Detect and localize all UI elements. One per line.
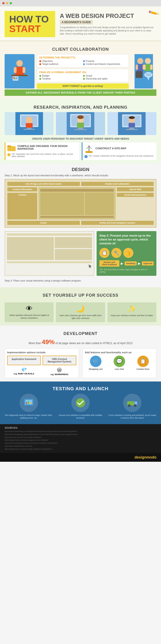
- sources-section: SOURCES: http://www.creativebloq.com/blo…: [0, 424, 161, 453]
- project-items-grid: Objectives Purpose Target audience Conte…: [39, 60, 126, 65]
- shopping-cart-label: Shopping cart: [89, 368, 103, 370]
- create-personas-text: CREATE USER PERSONAS TO DISCOVER TARGET …: [5, 137, 156, 140]
- ruby-icon: 💎: [7, 367, 41, 372]
- project-item-objectives: Objectives: [39, 60, 83, 62]
- timeline-bullet: [39, 78, 41, 80]
- feat-live-chat: 💬 Live chat: [108, 356, 130, 370]
- wordpress-label: e.g. WORDPRESS: [43, 373, 76, 376]
- step1-label: Step 1: Mock up the layout and intended …: [5, 174, 156, 177]
- svg-rect-3: [14, 67, 17, 73]
- project-determine-box: DETERMINE THE PROJECT'S: Objectives Purp…: [37, 54, 129, 68]
- setup-inner: 👁 Select typeface elements that are legi…: [5, 302, 156, 322]
- svg-point-11: [137, 58, 143, 64]
- dev-stat-text: More than: [29, 342, 41, 345]
- project-determine-title: DETERMINE THE PROJECT'S:: [39, 56, 126, 59]
- formal-item-budget: Budget: [39, 74, 83, 77]
- budget-label: Budget: [42, 74, 49, 77]
- setup-card-dark: 🌙 Dark color schemes get 30% more traffi…: [56, 302, 105, 322]
- client-content: DETERMINE THE PROJECT'S: Objectives Purp…: [37, 54, 129, 89]
- svg-rect-5: [12, 75, 28, 76]
- tip-icon-construct: [85, 155, 88, 158]
- construct-tip: TIP: Create a flowchart of the navigatio…: [85, 155, 154, 158]
- step2-mockup: 🖱: [5, 231, 94, 276]
- features-box: Add features and functionality such as: …: [82, 348, 157, 378]
- svg-point-38: [77, 115, 84, 119]
- feat-icons-grid: 🛒 Shopping cart 💬 Live chat 📋 Contact fo…: [85, 356, 154, 370]
- wireframe-container: Use of logos and other brand assets Head…: [5, 179, 156, 228]
- sparkle-icon: ✨: [110, 305, 154, 313]
- feat-contact-form: 📋 Contact form: [132, 356, 154, 370]
- dev-section: DEVELOPMENT More than 49% of all page vi…: [0, 326, 161, 382]
- feat-title: Add features and functionality such as:: [85, 351, 154, 354]
- svg-point-67: [135, 405, 136, 406]
- svg-rect-7: [14, 77, 15, 79]
- impl-title: Implementation options include:: [7, 351, 76, 354]
- eye-icon: 👁: [7, 305, 51, 312]
- dev-inner: Implementation options include: Applicat…: [5, 348, 156, 378]
- svg-rect-55: [26, 402, 27, 404]
- launch-text: If your website is running and polished,…: [108, 414, 156, 420]
- project-item-content: Content and feature requirements: [83, 63, 126, 65]
- wf-label-content: Content: [7, 193, 37, 220]
- impl-logo-wordpress: Ⓦ e.g. WORDPRESS: [43, 367, 76, 376]
- content-label: Content and feature requirements: [86, 63, 120, 65]
- svg-point-46: [129, 116, 135, 119]
- content-bullet: [83, 63, 85, 65]
- header-subtitle: A BEGINNER'S GUIDE: [60, 20, 93, 24]
- step2-container: 🖱 Step 2: Present your mock-up to the cl…: [5, 231, 156, 276]
- brand-name: designmodo: [135, 455, 156, 459]
- tweak-icon: 🔧: [111, 248, 121, 258]
- step2-right: Step 2: Present your mock-up to the clie…: [97, 231, 156, 276]
- scope-bullet: [83, 75, 85, 77]
- launch-icon: [123, 394, 141, 412]
- wf-label-search: Search field: [117, 187, 154, 192]
- timeline-label: Timeline: [42, 78, 51, 80]
- setup-card-typeface: 👁 Select typeface elements that are legi…: [5, 302, 54, 322]
- persona-card-1: [5, 112, 54, 135]
- dev-section-title: DEVELOPMENT: [5, 328, 156, 338]
- svg-rect-61: [127, 401, 134, 405]
- svg-rect-42: [129, 127, 134, 129]
- testing-section-title: TESTING AND LAUNCH: [5, 384, 156, 394]
- compile-row: COMPILE AND ORGANIZE YOUR DESIGN INSPIRA…: [5, 142, 156, 160]
- setup-card-intuitive: ✨ Keep your interface intuitive and free…: [107, 302, 156, 322]
- target-bullet: [39, 63, 41, 65]
- svg-point-16: [145, 58, 151, 64]
- impl-options-grid: Application framework CMS (Content Manag…: [7, 356, 76, 365]
- compile-inspiration-box: COMPILE AND ORGANIZE YOUR DESIGN INSPIRA…: [5, 142, 79, 160]
- scope-label: Scope: [86, 74, 92, 77]
- header-how: HOW TO: [9, 14, 51, 24]
- testing-card-diagnostic: Run diagnostic tests to check for bugs, …: [5, 394, 53, 420]
- construct-sitemap-box: CONSTRUCT A SITE MAP TIP: Create a flowc…: [82, 142, 156, 160]
- svg-rect-57: [30, 402, 31, 404]
- purpose-bullet: [83, 60, 85, 62]
- testing-section: TESTING AND LAUNCH Run diagnostic tests …: [0, 382, 161, 424]
- svg-rect-63: [135, 402, 137, 404]
- step2-title: Step 2: Present your mock-up to the clie…: [99, 234, 154, 246]
- sources-title: SOURCES:: [5, 426, 156, 429]
- setup-text-dark: Dark color schemes get 30% more traffic …: [58, 314, 103, 320]
- diagnostic-icon: [20, 394, 38, 412]
- browsers-icon: [71, 394, 90, 412]
- formal-items-grid: Budget Scope Timeline Ownership and righ…: [39, 74, 126, 80]
- compile-title: COMPILE AND ORGANIZE YOUR DESIGN INSPIRA…: [18, 145, 77, 150]
- svg-rect-30: [26, 123, 33, 128]
- header-right: A WEB DESIGN PROJECT A BEGINNER'S GUIDE …: [60, 12, 156, 36]
- approval-icon: 👍: [123, 248, 133, 258]
- compile-tip: TIP: Inspiration can come from any mediu…: [7, 153, 77, 158]
- formal-title: FINALIZE A FORMAL AGREEMENT ON:: [39, 71, 126, 74]
- contact-form-icon: 📋: [137, 356, 149, 367]
- dev-stat: More than 49% of all page views are on s…: [5, 338, 156, 346]
- stage-approval: Approval: [142, 261, 154, 266]
- formal-item-ownership: Ownership and rights: [83, 78, 126, 80]
- review-icon: 📋: [99, 248, 110, 258]
- svg-point-1: [16, 60, 23, 66]
- contact-form-label: Contact form: [137, 368, 149, 370]
- header-start: START: [9, 24, 51, 34]
- testing-card-browsers: Ensure your website is compatible with m…: [56, 394, 105, 420]
- impl-logos-row: 💎 e.g. RUBY ON RAILS Ⓦ e.g. WORDPRESS: [7, 367, 76, 376]
- implementation-box: Implementation options include: Applicat…: [5, 348, 79, 378]
- designmodo-bar: designmodo: [0, 453, 161, 462]
- svg-rect-18: [143, 65, 146, 70]
- browser-dot-green: [10, 2, 12, 4]
